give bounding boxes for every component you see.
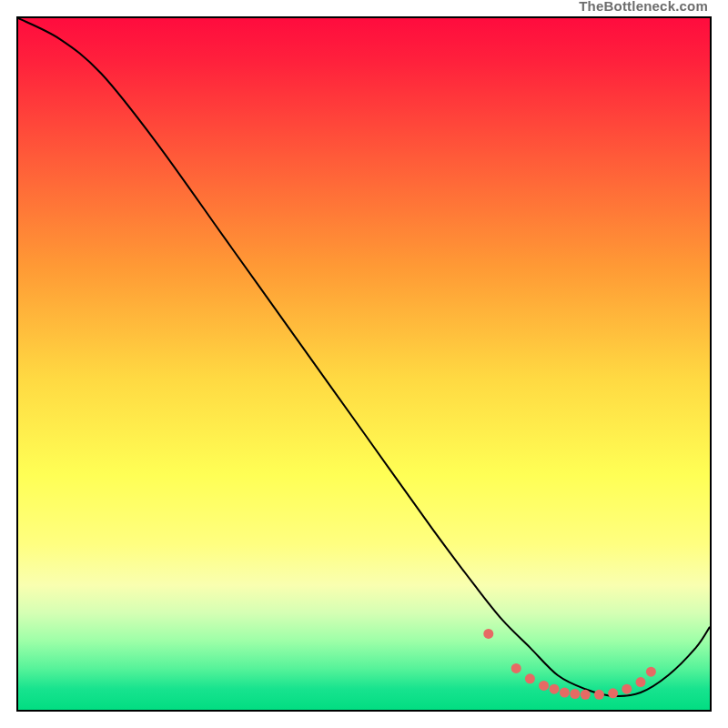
marker-dot (539, 681, 549, 691)
chart-frame: TheBottleneck.com (0, 0, 728, 728)
marker-dot (525, 673, 535, 683)
marker-dot (622, 684, 632, 694)
marker-dot (483, 629, 493, 639)
marker-dot (581, 690, 591, 700)
marker-dot (550, 684, 560, 694)
sweet-spot-markers (483, 629, 656, 700)
plot-area (16, 16, 712, 712)
marker-dot (560, 688, 570, 698)
marker-dot (511, 663, 521, 673)
marker-dot (570, 689, 580, 699)
watermark-text: TheBottleneck.com (579, 0, 708, 16)
bottleneck-curve-path (18, 18, 710, 696)
marker-dot (636, 677, 646, 687)
chart-svg (18, 18, 710, 710)
marker-dot (594, 690, 604, 700)
marker-dot (608, 688, 618, 698)
marker-dot (646, 667, 656, 677)
